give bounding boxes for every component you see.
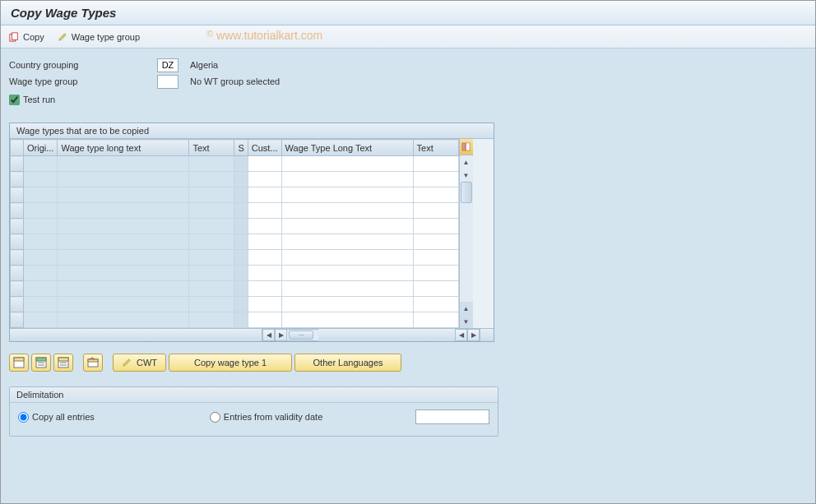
table-row[interactable]: [11, 266, 459, 281]
cell-cust[interactable]: [248, 156, 281, 172]
cell-text-2[interactable]: [413, 266, 458, 281]
col-long-text-2[interactable]: Wage Type Long Text: [281, 140, 413, 156]
cell-original[interactable]: [24, 203, 58, 219]
row-selector[interactable]: [11, 297, 24, 312]
cell-original[interactable]: [24, 156, 58, 172]
wage-types-table[interactable]: Origi... Wage type long text Text S Cust…: [10, 139, 459, 328]
cell-text-1[interactable]: [189, 203, 234, 219]
cell-s[interactable]: [234, 266, 248, 281]
cell-cust[interactable]: [248, 219, 281, 234]
cell-text-2[interactable]: [413, 172, 458, 187]
cell-long-text-2[interactable]: [281, 297, 413, 312]
copy-wage-type-button[interactable]: Copy wage type 1: [169, 354, 292, 372]
row-selector[interactable]: [11, 156, 24, 172]
cell-original[interactable]: [24, 187, 58, 203]
table-row[interactable]: [11, 281, 459, 297]
cell-text-2[interactable]: [413, 156, 458, 172]
cell-text-2[interactable]: [413, 187, 458, 203]
table-row[interactable]: [11, 172, 459, 187]
table-row[interactable]: [11, 234, 459, 250]
cell-text-1[interactable]: [189, 234, 234, 250]
table-row[interactable]: [11, 250, 459, 266]
test-run-checkbox[interactable]: [9, 95, 20, 105]
cell-long-text-2[interactable]: [281, 203, 413, 219]
deselect-all-button[interactable]: [31, 354, 51, 372]
cell-s[interactable]: [234, 297, 248, 312]
cell-cust[interactable]: [248, 203, 281, 219]
hscroll-right-icon[interactable]: ▶: [467, 329, 480, 341]
scroll-down-icon[interactable]: ▼: [460, 315, 473, 328]
cell-cust[interactable]: [248, 250, 281, 266]
cell-cust[interactable]: [248, 172, 281, 187]
cell-s[interactable]: [234, 281, 248, 297]
cell-long-text-1[interactable]: [58, 156, 189, 172]
cell-original[interactable]: [24, 312, 58, 328]
row-selector[interactable]: [11, 187, 24, 203]
cell-original[interactable]: [24, 266, 58, 281]
cell-original[interactable]: [24, 219, 58, 234]
copy-button[interactable]: Copy: [9, 32, 44, 42]
cell-cust[interactable]: [248, 281, 281, 297]
cell-long-text-2[interactable]: [281, 250, 413, 266]
cell-text-1[interactable]: [189, 219, 234, 234]
table-row[interactable]: [11, 297, 459, 312]
cell-text-1[interactable]: [189, 297, 234, 312]
cell-long-text-2[interactable]: [281, 219, 413, 234]
cell-long-text-1[interactable]: [58, 234, 189, 250]
table-row[interactable]: [11, 203, 459, 219]
row-selector[interactable]: [11, 312, 24, 328]
row-selector[interactable]: [11, 266, 24, 281]
wage-type-group-input[interactable]: [157, 75, 178, 89]
cell-long-text-2[interactable]: [281, 156, 413, 172]
cell-s[interactable]: [234, 219, 248, 234]
cell-text-2[interactable]: [413, 281, 458, 297]
cell-text-2[interactable]: [413, 234, 458, 250]
cell-long-text-1[interactable]: [58, 187, 189, 203]
selection-button[interactable]: [53, 354, 73, 372]
cell-long-text-1[interactable]: [58, 219, 189, 234]
table-settings-icon[interactable]: [460, 139, 473, 155]
table-row[interactable]: [11, 219, 459, 234]
cell-long-text-2[interactable]: [281, 266, 413, 281]
cell-original[interactable]: [24, 297, 58, 312]
cell-long-text-1[interactable]: [58, 297, 189, 312]
row-selector[interactable]: [11, 250, 24, 266]
col-text-1[interactable]: Text: [189, 140, 234, 156]
cell-text-1[interactable]: [189, 172, 234, 187]
rowhead-col[interactable]: [11, 140, 24, 156]
cell-s[interactable]: [234, 203, 248, 219]
cell-text-2[interactable]: [413, 203, 458, 219]
cell-text-2[interactable]: [413, 312, 458, 328]
scroll-up-bottom-icon[interactable]: ▲: [460, 302, 473, 315]
cell-original[interactable]: [24, 281, 58, 297]
horizontal-scrollbar[interactable]: ◀ ▶ ⋯ ◀ ▶: [10, 328, 494, 341]
col-long-text-1[interactable]: Wage type long text: [58, 140, 189, 156]
wage-type-group-button[interactable]: Wage type group: [58, 32, 140, 42]
cell-text-2[interactable]: [413, 219, 458, 234]
cwt-button[interactable]: CWT: [113, 354, 166, 372]
cell-text-2[interactable]: [413, 250, 458, 266]
cell-cust[interactable]: [248, 266, 281, 281]
row-selector[interactable]: [11, 281, 24, 297]
other-languages-button[interactable]: Other Languages: [294, 354, 401, 372]
cell-long-text-1[interactable]: [58, 312, 189, 328]
validity-date-input[interactable]: [415, 409, 489, 424]
cell-original[interactable]: [24, 250, 58, 266]
hscroll-thumb[interactable]: ⋯: [289, 331, 313, 340]
delete-row-button[interactable]: [83, 354, 103, 372]
cell-long-text-1[interactable]: [58, 281, 189, 297]
cell-cust[interactable]: [248, 297, 281, 312]
cell-cust[interactable]: [248, 234, 281, 250]
cell-long-text-2[interactable]: [281, 187, 413, 203]
cell-long-text-2[interactable]: [281, 312, 413, 328]
cell-s[interactable]: [234, 312, 248, 328]
cell-s[interactable]: [234, 234, 248, 250]
table-row[interactable]: [11, 312, 459, 328]
entries-from-radio[interactable]: [210, 412, 220, 423]
row-selector[interactable]: [11, 234, 24, 250]
cell-s[interactable]: [234, 156, 248, 172]
cell-text-2[interactable]: [413, 297, 458, 312]
cell-text-1[interactable]: [189, 250, 234, 266]
cell-long-text-1[interactable]: [58, 203, 189, 219]
cell-s[interactable]: [234, 172, 248, 187]
